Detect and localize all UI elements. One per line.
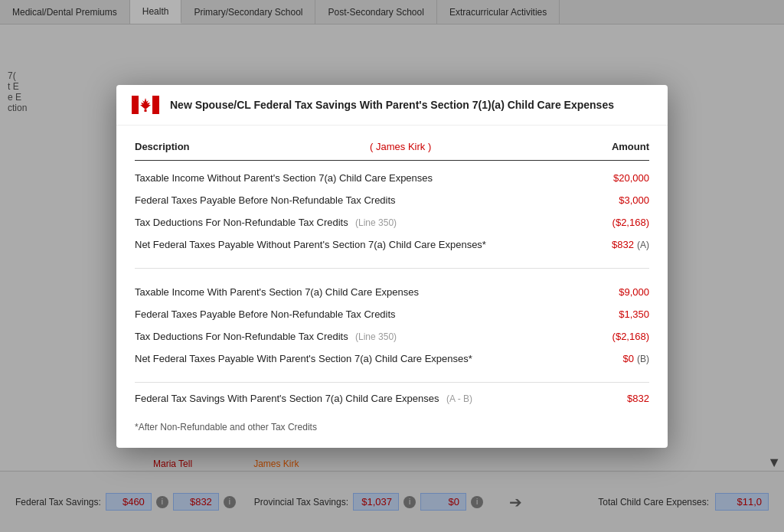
section-gap-3 — [135, 370, 649, 377]
section1-rows: Taxable Income Without Parent's Section … — [135, 167, 649, 256]
table-row: Tax Deductions For Non-Refundable Tax Cr… — [135, 325, 649, 348]
section-gap-1 — [135, 256, 649, 263]
row-label: (A) — [637, 240, 649, 250]
row-amount: $3,000 — [573, 194, 649, 206]
row-hint: (Line 350) — [353, 331, 397, 342]
row-amount: $20,000 — [573, 172, 649, 184]
total-desc: Federal Tax Savings With Parent's Sectio… — [135, 393, 573, 404]
row-amount: $9,000 — [573, 286, 649, 298]
row-amount: ($2,168) — [573, 217, 649, 228]
svg-rect-1 — [132, 96, 139, 114]
row-amount: ($2,168) — [573, 331, 649, 342]
modal-body: Description ( James Kirk ) Amount Taxabl… — [116, 126, 668, 448]
row-desc: Net Federal Taxes Payable With Parent's … — [135, 353, 573, 364]
row-label: (B) — [637, 354, 649, 364]
row-desc: Tax Deductions For Non-Refundable Tax Cr… — [135, 331, 573, 342]
row-desc: Tax Deductions For Non-Refundable Tax Cr… — [135, 217, 573, 228]
section-gap-2 — [135, 273, 649, 281]
separator-2 — [135, 382, 649, 383]
row-hint: (Line 350) — [353, 217, 397, 228]
modal-title: New Spouse/CL Federal Tax Savings With P… — [170, 99, 614, 111]
row-amount: $832(A) — [573, 239, 649, 250]
table-row: Tax Deductions For Non-Refundable Tax Cr… — [135, 211, 649, 233]
modal-header: New Spouse/CL Federal Tax Savings With P… — [116, 85, 668, 126]
col-desc-header: Description — [135, 141, 190, 152]
total-hint: (A - B) — [446, 393, 472, 404]
table-header: Description ( James Kirk ) Amount — [135, 138, 649, 161]
col-amount-header: Amount — [612, 141, 649, 152]
table-row: Net Federal Taxes Payable Without Parent… — [135, 233, 649, 256]
table-row: Taxable Income With Parent's Section 7(a… — [135, 281, 649, 303]
svg-rect-2 — [152, 96, 159, 114]
total-amount: $832 — [573, 393, 649, 404]
row-amount: $1,350 — [573, 308, 649, 320]
modal-overlay: New Spouse/CL Federal Tax Savings With P… — [0, 0, 784, 532]
table-row: Net Federal Taxes Payable With Parent's … — [135, 348, 649, 370]
row-amount: $0(B) — [573, 353, 649, 364]
row-desc: Federal Taxes Payable Before Non-Refunda… — [135, 308, 573, 320]
row-desc: Taxable Income With Parent's Section 7(a… — [135, 286, 573, 298]
canada-flag-icon — [132, 96, 159, 114]
svg-rect-4 — [145, 109, 147, 112]
row-desc: Federal Taxes Payable Before Non-Refunda… — [135, 194, 573, 206]
modal-dialog: New Spouse/CL Federal Tax Savings With P… — [116, 85, 668, 448]
table-row: Federal Taxes Payable Before Non-Refunda… — [135, 303, 649, 325]
section2-rows: Taxable Income With Parent's Section 7(a… — [135, 281, 649, 370]
total-row: Federal Tax Savings With Parent's Sectio… — [135, 387, 649, 410]
table-row: Federal Taxes Payable Before Non-Refunda… — [135, 189, 649, 211]
separator-1 — [135, 268, 649, 269]
footer-note: *After Non-Refundable and other Tax Cred… — [135, 416, 649, 432]
table-row: Taxable Income Without Parent's Section … — [135, 167, 649, 189]
row-desc: Net Federal Taxes Payable Without Parent… — [135, 239, 573, 250]
row-desc: Taxable Income Without Parent's Section … — [135, 172, 573, 184]
col-person-header: ( James Kirk ) — [370, 141, 431, 152]
